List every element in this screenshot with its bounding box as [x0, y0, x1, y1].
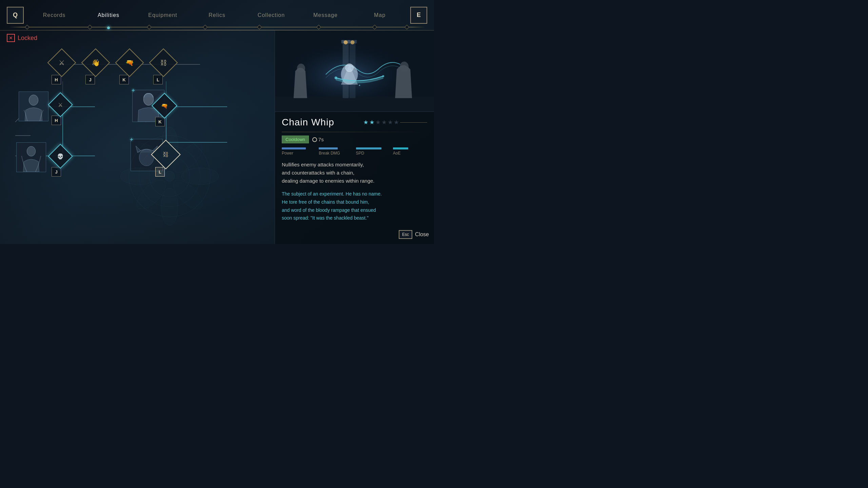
svg-point-35 [120, 168, 158, 185]
node-h2-icon: ⚔ [58, 102, 63, 108]
svg-point-34 [161, 188, 178, 225]
stat-power: Power [282, 147, 316, 156]
ability-node-j1[interactable]: 👋 J [85, 53, 106, 84]
node-h1-key: H [52, 75, 61, 84]
svg-point-49 [351, 40, 355, 44]
node-k1-icon: 🔫 [125, 59, 134, 67]
e-button[interactable]: E [410, 7, 427, 24]
q-button[interactable]: Q [7, 7, 24, 24]
svg-point-54 [335, 77, 337, 79]
node-j1-icon: 👋 [92, 59, 100, 67]
break-label: Break DMG [319, 151, 353, 156]
nav-dot [25, 25, 29, 29]
nav-dot [203, 25, 208, 29]
node-k1-key: K [119, 75, 129, 84]
nav-item-map[interactable]: Map [353, 9, 407, 22]
svg-point-51 [346, 64, 354, 72]
svg-point-48 [344, 40, 348, 44]
svg-rect-43 [275, 97, 434, 112]
nav-dot [147, 25, 152, 29]
ability-title: Chain Whip [282, 117, 334, 128]
nav-dot [316, 25, 321, 29]
ability-node-k1[interactable]: 🔫 K [119, 53, 140, 84]
star-2 [370, 120, 374, 125]
svg-point-53 [400, 62, 409, 72]
esc-key[interactable]: Esc [399, 230, 412, 239]
node-plus-1: + [132, 87, 135, 94]
cooldown-value: 7s [318, 137, 324, 142]
star-5 [388, 120, 393, 125]
power-label: Power [282, 151, 316, 156]
ability-node-h1[interactable]: ⚔ H [52, 53, 72, 84]
node-j2-icon: 💀 [57, 153, 64, 160]
svg-point-22 [29, 95, 38, 105]
star-line [400, 122, 427, 123]
stat-spd: SPD [356, 147, 390, 156]
nav-item-relics[interactable]: Relics [190, 9, 244, 22]
ability-info: Chain Whip Cooldown 7s [275, 112, 434, 227]
cooldown-badge: Cooldown [282, 136, 309, 143]
svg-point-55 [382, 75, 384, 77]
node-h2-key: H [52, 116, 61, 125]
node-h1-icon: ⚔ [59, 59, 65, 67]
aoe-label: AoE [393, 151, 427, 156]
preview-image [275, 30, 434, 112]
stats-bars: Power Break DMG SPD AoE [282, 147, 427, 156]
nav-line [0, 27, 434, 27]
stat-aoe: AoE [393, 147, 427, 156]
node-k2-icon: 🔫 [161, 103, 168, 109]
portrait-1 [19, 92, 48, 121]
ability-node-h2[interactable]: ⚔ H [52, 96, 69, 125]
svg-point-26 [27, 146, 35, 156]
star-4 [382, 120, 387, 125]
svg-point-33 [181, 168, 219, 185]
ability-rating [363, 120, 427, 125]
ability-node-l1[interactable]: ⛓ L [153, 53, 174, 84]
svg-point-56 [359, 85, 360, 86]
nav-dot [87, 25, 92, 29]
nav-item-equipment[interactable]: Equipment [136, 9, 190, 22]
ability-lore: The subject of an experiment. He has no … [282, 190, 427, 222]
ability-node-k2[interactable]: 🔫 K [155, 97, 174, 126]
nav-dot [257, 25, 262, 29]
bg-decoration [119, 125, 220, 227]
star-1 [363, 120, 368, 125]
cooldown-time: 7s [312, 137, 324, 142]
navigation-bar: Q Records Abilities Equipment Relics Col… [0, 0, 434, 30]
nav-items: Records Abilities Equipment Relics Colle… [0, 9, 434, 22]
node-l1-key: L [153, 75, 163, 84]
star-6 [394, 120, 399, 125]
ability-description: Nullifies enemy attacks momentarily, and… [282, 161, 427, 185]
spd-bar [356, 147, 382, 149]
node-k2-key: K [155, 117, 165, 126]
cooldown-row: Cooldown 7s [282, 136, 427, 143]
svg-point-32 [161, 127, 178, 164]
nav-item-message[interactable]: Message [298, 9, 353, 22]
close-label: Close [415, 231, 429, 238]
close-button[interactable]: Esc Close [399, 230, 429, 239]
node-j2-key: J [52, 167, 61, 177]
power-bar [282, 147, 306, 149]
nav-dot [372, 25, 377, 29]
nav-dot [405, 25, 409, 29]
nav-item-records[interactable]: Records [27, 9, 81, 22]
star-3 [376, 120, 380, 125]
node-l1-icon: ⛓ [160, 59, 167, 67]
stat-break: Break DMG [319, 147, 353, 156]
separator [282, 132, 427, 132]
battle-scene-svg [275, 30, 434, 111]
clock-icon [312, 137, 317, 142]
portrait-3 [16, 142, 46, 172]
right-panel: Chain Whip Cooldown 7s [275, 30, 434, 244]
nav-item-collection[interactable]: Collection [244, 9, 298, 22]
svg-point-52 [297, 64, 305, 73]
node-j1-key: J [85, 75, 95, 84]
ability-title-row: Chain Whip [282, 117, 427, 128]
ability-node-j2[interactable]: 💀 J [52, 147, 69, 177]
aoe-bar [393, 147, 409, 149]
ability-tree: ⚔ H 👋 J 🔫 K ⛓ L [0, 30, 322, 244]
spd-label: SPD [356, 151, 390, 156]
svg-point-40 [164, 171, 175, 181]
break-bar [319, 147, 338, 149]
nav-item-abilities[interactable]: Abilities [81, 9, 136, 22]
